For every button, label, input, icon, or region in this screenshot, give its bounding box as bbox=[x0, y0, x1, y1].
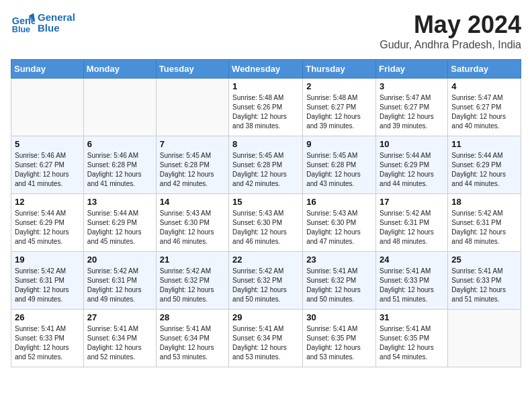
day-number: 22 bbox=[232, 255, 299, 265]
day-info: Sunrise: 5:44 AM Sunset: 6:29 PM Dayligh… bbox=[87, 209, 152, 246]
day-number: 30 bbox=[306, 312, 372, 322]
calendar-cell: 26Sunrise: 5:41 AM Sunset: 6:33 PM Dayli… bbox=[11, 310, 84, 367]
calendar-cell bbox=[11, 79, 84, 136]
day-number: 31 bbox=[380, 312, 444, 322]
day-info: Sunrise: 5:41 AM Sunset: 6:34 PM Dayligh… bbox=[232, 324, 299, 362]
weekday-saturday: Saturday bbox=[448, 60, 521, 79]
day-number: 23 bbox=[306, 255, 372, 265]
day-number: 19 bbox=[15, 255, 80, 265]
calendar-cell: 30Sunrise: 5:41 AM Sunset: 6:35 PM Dayli… bbox=[303, 310, 376, 367]
day-info: Sunrise: 5:42 AM Sunset: 6:32 PM Dayligh… bbox=[232, 267, 299, 304]
day-number: 9 bbox=[306, 139, 372, 149]
day-number: 7 bbox=[160, 139, 225, 149]
day-number: 10 bbox=[380, 139, 444, 149]
day-info: Sunrise: 5:42 AM Sunset: 6:31 PM Dayligh… bbox=[87, 267, 152, 304]
calendar-cell: 25Sunrise: 5:41 AM Sunset: 6:33 PM Dayli… bbox=[448, 252, 521, 310]
day-number: 27 bbox=[87, 312, 152, 322]
day-number: 14 bbox=[160, 197, 225, 207]
logo-icon: General Blue bbox=[11, 11, 35, 35]
day-number: 20 bbox=[87, 255, 152, 265]
calendar-cell: 4Sunrise: 5:47 AM Sunset: 6:27 PM Daylig… bbox=[448, 79, 521, 136]
calendar-cell: 3Sunrise: 5:47 AM Sunset: 6:27 PM Daylig… bbox=[376, 79, 448, 136]
calendar-cell bbox=[83, 79, 156, 136]
day-number: 29 bbox=[232, 312, 299, 322]
calendar-cell: 27Sunrise: 5:41 AM Sunset: 6:34 PM Dayli… bbox=[83, 310, 156, 367]
day-info: Sunrise: 5:47 AM Sunset: 6:27 PM Dayligh… bbox=[380, 93, 444, 131]
day-number: 24 bbox=[380, 255, 444, 265]
calendar-cell: 19Sunrise: 5:42 AM Sunset: 6:31 PM Dayli… bbox=[11, 252, 84, 310]
week-row-5: 26Sunrise: 5:41 AM Sunset: 6:33 PM Dayli… bbox=[11, 310, 521, 367]
calendar-body: 1Sunrise: 5:48 AM Sunset: 6:26 PM Daylig… bbox=[11, 79, 521, 367]
calendar-cell: 28Sunrise: 5:41 AM Sunset: 6:34 PM Dayli… bbox=[156, 310, 228, 367]
weekday-thursday: Thursday bbox=[303, 60, 376, 79]
calendar-cell: 9Sunrise: 5:45 AM Sunset: 6:28 PM Daylig… bbox=[303, 136, 376, 194]
page-header: General Blue GeneralBlue May 2024 Gudur,… bbox=[11, 11, 521, 51]
calendar-cell: 12Sunrise: 5:44 AM Sunset: 6:29 PM Dayli… bbox=[11, 194, 84, 252]
calendar-cell: 22Sunrise: 5:42 AM Sunset: 6:32 PM Dayli… bbox=[229, 252, 303, 310]
day-info: Sunrise: 5:41 AM Sunset: 6:34 PM Dayligh… bbox=[87, 324, 152, 362]
day-info: Sunrise: 5:48 AM Sunset: 6:27 PM Dayligh… bbox=[306, 93, 372, 131]
calendar-cell: 2Sunrise: 5:48 AM Sunset: 6:27 PM Daylig… bbox=[303, 79, 376, 136]
day-number: 5 bbox=[15, 139, 80, 149]
day-info: Sunrise: 5:41 AM Sunset: 6:33 PM Dayligh… bbox=[451, 267, 517, 304]
svg-text:Blue: Blue bbox=[12, 25, 30, 34]
day-info: Sunrise: 5:43 AM Sunset: 6:30 PM Dayligh… bbox=[306, 209, 372, 246]
calendar-cell: 5Sunrise: 5:46 AM Sunset: 6:27 PM Daylig… bbox=[11, 136, 84, 194]
day-number: 1 bbox=[232, 81, 299, 91]
day-number: 11 bbox=[451, 139, 517, 149]
day-info: Sunrise: 5:42 AM Sunset: 6:32 PM Dayligh… bbox=[160, 267, 225, 304]
calendar-cell: 1Sunrise: 5:48 AM Sunset: 6:26 PM Daylig… bbox=[229, 79, 303, 136]
weekday-friday: Friday bbox=[376, 60, 448, 79]
calendar-cell: 15Sunrise: 5:43 AM Sunset: 6:30 PM Dayli… bbox=[229, 194, 303, 252]
week-row-4: 19Sunrise: 5:42 AM Sunset: 6:31 PM Dayli… bbox=[11, 252, 521, 310]
day-info: Sunrise: 5:43 AM Sunset: 6:30 PM Dayligh… bbox=[160, 209, 225, 246]
day-info: Sunrise: 5:42 AM Sunset: 6:31 PM Dayligh… bbox=[380, 209, 444, 246]
day-number: 4 bbox=[451, 81, 517, 91]
calendar-cell: 23Sunrise: 5:41 AM Sunset: 6:32 PM Dayli… bbox=[303, 252, 376, 310]
day-number: 8 bbox=[232, 139, 299, 149]
day-info: Sunrise: 5:46 AM Sunset: 6:28 PM Dayligh… bbox=[87, 151, 152, 189]
calendar-cell bbox=[448, 310, 521, 367]
title-area: May 2024 Gudur, Andhra Pradesh, India bbox=[380, 11, 521, 51]
calendar-cell: 16Sunrise: 5:43 AM Sunset: 6:30 PM Dayli… bbox=[303, 194, 376, 252]
weekday-sunday: Sunday bbox=[11, 60, 84, 79]
day-info: Sunrise: 5:42 AM Sunset: 6:31 PM Dayligh… bbox=[451, 209, 517, 246]
calendar-cell: 31Sunrise: 5:41 AM Sunset: 6:35 PM Dayli… bbox=[376, 310, 448, 367]
logo-text: GeneralBlue bbox=[38, 12, 75, 34]
day-number: 26 bbox=[15, 312, 80, 322]
calendar-cell: 13Sunrise: 5:44 AM Sunset: 6:29 PM Dayli… bbox=[83, 194, 156, 252]
month-title: May 2024 bbox=[380, 11, 521, 39]
day-info: Sunrise: 5:45 AM Sunset: 6:28 PM Dayligh… bbox=[306, 151, 372, 189]
calendar-cell: 17Sunrise: 5:42 AM Sunset: 6:31 PM Dayli… bbox=[376, 194, 448, 252]
day-info: Sunrise: 5:42 AM Sunset: 6:31 PM Dayligh… bbox=[15, 267, 80, 304]
day-number: 2 bbox=[306, 81, 372, 91]
location: Gudur, Andhra Pradesh, India bbox=[380, 39, 521, 51]
calendar-cell: 20Sunrise: 5:42 AM Sunset: 6:31 PM Dayli… bbox=[83, 252, 156, 310]
day-number: 18 bbox=[451, 197, 517, 207]
weekday-monday: Monday bbox=[83, 60, 156, 79]
day-info: Sunrise: 5:45 AM Sunset: 6:28 PM Dayligh… bbox=[232, 151, 299, 189]
logo: General Blue GeneralBlue bbox=[11, 11, 75, 35]
day-info: Sunrise: 5:41 AM Sunset: 6:35 PM Dayligh… bbox=[306, 324, 372, 362]
day-info: Sunrise: 5:41 AM Sunset: 6:32 PM Dayligh… bbox=[306, 267, 372, 304]
calendar-cell: 24Sunrise: 5:41 AM Sunset: 6:33 PM Dayli… bbox=[376, 252, 448, 310]
day-info: Sunrise: 5:44 AM Sunset: 6:29 PM Dayligh… bbox=[15, 209, 80, 246]
calendar-table: SundayMondayTuesdayWednesdayThursdayFrid… bbox=[11, 59, 521, 367]
weekday-tuesday: Tuesday bbox=[156, 60, 228, 79]
day-number: 17 bbox=[380, 197, 444, 207]
day-info: Sunrise: 5:41 AM Sunset: 6:34 PM Dayligh… bbox=[160, 324, 225, 362]
day-info: Sunrise: 5:44 AM Sunset: 6:29 PM Dayligh… bbox=[451, 151, 517, 189]
week-row-2: 5Sunrise: 5:46 AM Sunset: 6:27 PM Daylig… bbox=[11, 136, 521, 194]
calendar-cell: 18Sunrise: 5:42 AM Sunset: 6:31 PM Dayli… bbox=[448, 194, 521, 252]
calendar-cell: 7Sunrise: 5:45 AM Sunset: 6:28 PM Daylig… bbox=[156, 136, 228, 194]
day-number: 28 bbox=[160, 312, 225, 322]
day-info: Sunrise: 5:41 AM Sunset: 6:33 PM Dayligh… bbox=[380, 267, 444, 304]
day-number: 16 bbox=[306, 197, 372, 207]
day-info: Sunrise: 5:45 AM Sunset: 6:28 PM Dayligh… bbox=[160, 151, 225, 189]
day-info: Sunrise: 5:48 AM Sunset: 6:26 PM Dayligh… bbox=[232, 93, 299, 131]
calendar-cell: 11Sunrise: 5:44 AM Sunset: 6:29 PM Dayli… bbox=[448, 136, 521, 194]
day-number: 6 bbox=[87, 139, 152, 149]
calendar-cell: 10Sunrise: 5:44 AM Sunset: 6:29 PM Dayli… bbox=[376, 136, 448, 194]
calendar-cell: 8Sunrise: 5:45 AM Sunset: 6:28 PM Daylig… bbox=[229, 136, 303, 194]
day-info: Sunrise: 5:44 AM Sunset: 6:29 PM Dayligh… bbox=[380, 151, 444, 189]
